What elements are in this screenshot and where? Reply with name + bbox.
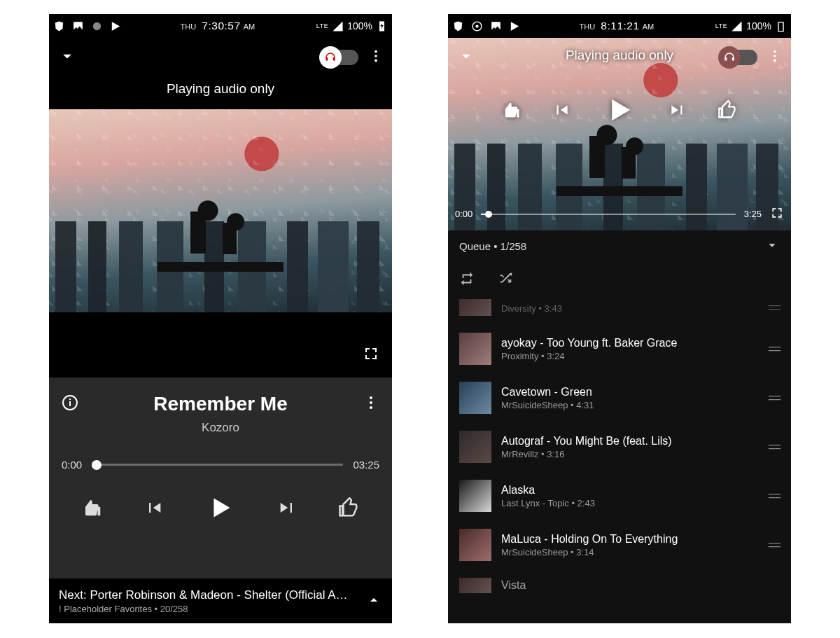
song-title: Remember Me (78, 393, 363, 415)
video-letterbox (49, 312, 392, 377)
artist-name: Kozoro (62, 421, 379, 435)
network-label: LTE (715, 22, 727, 29)
svg-point-7 (370, 396, 372, 399)
signal-icon (731, 20, 743, 32)
repeat-button[interactable] (459, 271, 475, 289)
queue-item-sub: Diversity • 3:43 (501, 303, 758, 314)
like-button[interactable] (338, 497, 359, 521)
svg-point-14 (774, 60, 776, 62)
more-menu-button[interactable] (767, 48, 783, 67)
svg-point-12 (774, 50, 776, 53)
queue-item[interactable]: Diversity • 3:43 == (449, 299, 790, 324)
queue-item-sub: Proximity • 3:24 (501, 351, 758, 361)
time-current: 0:00 (62, 459, 82, 471)
status-bar: THU 7:30:57 AM LTE 100% (49, 14, 392, 38)
queue-item-title: Cavetown - Green (501, 386, 758, 398)
svg-point-2 (374, 55, 377, 57)
drag-handle-icon[interactable]: == (768, 489, 780, 504)
queue-item-sub: MrSuicideSheep • 3:14 (501, 547, 758, 557)
network-label: LTE (316, 22, 328, 29)
audio-only-label: Playing audio only (49, 77, 392, 109)
collapse-button[interactable] (456, 46, 476, 69)
next-button[interactable] (668, 101, 687, 122)
queue-item[interactable]: Alaska Last Lynx - Topic • 2:43 == (449, 471, 790, 520)
fullscreen-button[interactable] (770, 206, 784, 222)
play-button[interactable] (601, 92, 638, 131)
more-menu-button[interactable] (368, 48, 384, 67)
brave-icon (53, 20, 65, 32)
status-time: 7:30:57 (202, 20, 240, 32)
status-ampm: AM (643, 22, 654, 31)
drag-handle-icon[interactable]: == (768, 300, 780, 315)
headphones-icon (723, 51, 736, 64)
queue-item[interactable]: MaLuca - Holding On To Everything MrSuic… (449, 520, 790, 569)
now-playing-panel: Remember Me Kozoro 0:00 03:25 (49, 377, 392, 578)
next-button[interactable] (277, 498, 297, 520)
seek-bar[interactable]: 0:00 03:25 (62, 459, 379, 471)
seek-bar[interactable]: 0:00 3:25 (455, 206, 784, 222)
status-ampm: AM (244, 22, 255, 31)
drag-handle-icon[interactable]: == (768, 391, 780, 405)
queue-item-title: Alaska (501, 484, 758, 497)
queue-item-title: Autograf - You Might Be (feat. Lils) (501, 435, 758, 448)
status-day: THU (181, 22, 197, 31)
queue-thumb (459, 578, 491, 593)
time-current: 0:00 (455, 209, 472, 219)
queue-thumb (459, 431, 491, 463)
drag-handle-icon[interactable]: == (768, 342, 780, 356)
info-button[interactable] (62, 394, 78, 414)
previous-button[interactable] (552, 101, 570, 122)
play-store-icon (509, 20, 521, 32)
shuffle-button[interactable] (498, 271, 514, 289)
queue-item[interactable]: ayokay - Too Young ft. Baker Grace Proxi… (449, 324, 790, 373)
image-icon (490, 20, 502, 32)
queue-item[interactable]: Autograf - You Might Be (feat. Lils) MrR… (449, 422, 790, 471)
drag-handle-icon[interactable]: == (768, 440, 780, 455)
fullscreen-button[interactable] (363, 345, 379, 365)
play-button[interactable] (204, 492, 237, 527)
expand-up-icon[interactable] (365, 592, 382, 611)
drag-handle-icon[interactable]: == (768, 538, 780, 553)
queue-header[interactable]: Queue • 1/258 (448, 230, 791, 261)
phone-screenshot-right: THU 8:11:21 AM LTE 100% Playing audio on… (448, 14, 791, 623)
collapse-queue-icon[interactable] (764, 237, 780, 255)
battery-pct: 100% (746, 20, 771, 32)
svg-rect-5 (69, 401, 71, 406)
up-next-sub: ! Placeholder Favorites • 20/258 (59, 604, 348, 614)
up-next-title: Next: Porter Robinson & Madeon - Shelter… (59, 588, 348, 602)
time-duration: 3:25 (744, 209, 762, 219)
album-artwork (49, 109, 392, 312)
svg-point-9 (370, 406, 372, 409)
dislike-button[interactable] (502, 100, 522, 123)
circle-icon (91, 20, 103, 32)
like-button[interactable] (718, 100, 737, 123)
dislike-button[interactable] (82, 497, 103, 521)
signal-icon (332, 20, 344, 32)
status-time: 8:11:21 (601, 20, 639, 32)
queue-thumb (459, 299, 491, 316)
queue-label: Queue • 1/258 (459, 240, 526, 252)
svg-rect-6 (69, 398, 71, 400)
phone-screenshot-left: THU 7:30:57 AM LTE 100% Playing audio on… (49, 14, 392, 623)
headphones-icon (324, 51, 337, 64)
svg-point-11 (475, 25, 478, 27)
battery-pct: 100% (347, 20, 372, 32)
queue-list[interactable]: Diversity • 3:43 == ayokay - Too Young f… (448, 299, 791, 623)
audio-only-toggle[interactable] (721, 50, 757, 65)
queue-item-title: ayokay - Too Young ft. Baker Grace (501, 337, 758, 349)
play-store-icon (110, 20, 122, 32)
up-next-bar[interactable]: Next: Porter Robinson & Madeon - Shelter… (49, 578, 392, 623)
status-day: THU (580, 22, 596, 31)
time-duration: 03:25 (353, 459, 379, 471)
audio-only-toggle[interactable] (322, 50, 358, 65)
song-more-button[interactable] (363, 394, 379, 414)
queue-item[interactable]: Vista (449, 569, 790, 602)
queue-thumb (459, 382, 491, 414)
queue-thumb (459, 529, 491, 561)
svg-point-0 (93, 22, 101, 29)
queue-item[interactable]: Cavetown - Green MrSuicideSheep • 4:31 =… (449, 373, 790, 422)
previous-button[interactable] (144, 498, 164, 520)
svg-point-1 (374, 50, 377, 53)
brave-icon (452, 20, 464, 32)
collapse-button[interactable] (57, 46, 77, 69)
